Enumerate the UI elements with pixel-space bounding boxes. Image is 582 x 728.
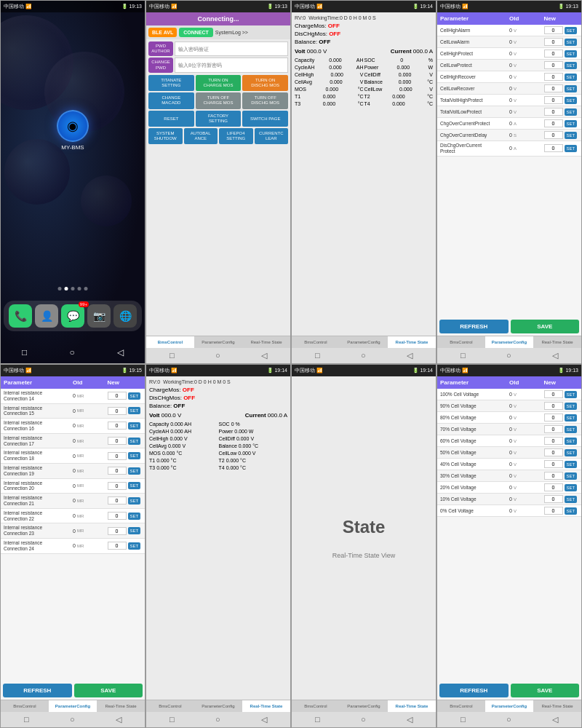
- save-btn-p5[interactable]: SAVE: [74, 684, 143, 697]
- nav-back-p7[interactable]: ◁: [407, 715, 412, 724]
- nav-square[interactable]: □: [22, 347, 27, 357]
- nav-circle-p8[interactable]: ○: [506, 715, 511, 724]
- dock-contacts[interactable]: 👤: [35, 304, 58, 328]
- set-button[interactable]: SET: [565, 74, 578, 81]
- tab-paramconfig[interactable]: ParameterConfig: [194, 336, 242, 348]
- factory-setting-btn[interactable]: FACTORYSETTING: [196, 111, 242, 127]
- lifepo4-setting-btn[interactable]: LIFEPO4SETTING: [219, 128, 253, 144]
- dock-camera[interactable]: 📷: [87, 304, 111, 328]
- set-button[interactable]: SET: [128, 482, 141, 489]
- set-button[interactable]: SET: [565, 461, 578, 468]
- tab-paramconfig-p7[interactable]: ParameterConfig: [340, 700, 388, 712]
- param-new-input[interactable]: [544, 26, 563, 34]
- set-button[interactable]: SET: [565, 97, 578, 104]
- tab-bmscontrol-rt[interactable]: BmsControl: [292, 336, 340, 348]
- param-new-input[interactable]: [544, 495, 563, 503]
- system-log-link[interactable]: SystemLog >>: [215, 30, 248, 35]
- param-new-input[interactable]: [108, 467, 127, 475]
- set-button[interactable]: SET: [565, 27, 578, 34]
- set-button[interactable]: SET: [128, 438, 141, 445]
- nav-circle-p6[interactable]: ○: [215, 715, 220, 724]
- dock-browser[interactable]: 🌐: [113, 304, 137, 328]
- tab-bmscontrol-p7[interactable]: BmsControl: [292, 700, 340, 712]
- param-new-input[interactable]: [544, 507, 563, 515]
- nav-square-p8[interactable]: □: [461, 715, 466, 724]
- set-button[interactable]: SET: [128, 422, 141, 430]
- set-button[interactable]: SET: [565, 50, 578, 58]
- turn-off-dischg-mos-btn[interactable]: TURN OFFDISCHG MOS: [242, 92, 288, 108]
- dock-phone[interactable]: 📞: [9, 304, 32, 328]
- param-new-input[interactable]: [108, 452, 127, 460]
- refresh-btn-p8[interactable]: REFRESH: [439, 684, 509, 697]
- app-icon[interactable]: ◉: [57, 110, 89, 142]
- new-pwd-input[interactable]: [175, 58, 288, 72]
- param-new-input[interactable]: [544, 437, 563, 445]
- param-new-input[interactable]: [544, 119, 563, 127]
- param-new-input[interactable]: [544, 50, 563, 58]
- set-button[interactable]: SET: [128, 542, 141, 550]
- tab-realtime-rt[interactable]: Real-Time State: [388, 336, 436, 348]
- nav-circle-rt[interactable]: ○: [361, 351, 366, 360]
- nav-circle[interactable]: ○: [69, 347, 74, 357]
- nav-back-bms[interactable]: ◁: [261, 351, 267, 360]
- set-button[interactable]: SET: [128, 407, 141, 414]
- param-new-input[interactable]: [544, 144, 563, 152]
- param-new-input[interactable]: [544, 96, 563, 104]
- nav-circle-p5[interactable]: ○: [70, 715, 75, 724]
- param-new-input[interactable]: [108, 482, 127, 490]
- refresh-btn-p5[interactable]: REFRESH: [3, 684, 72, 697]
- param-new-input[interactable]: [544, 460, 563, 468]
- nav-back-p8[interactable]: ◁: [552, 715, 558, 724]
- set-button[interactable]: SET: [565, 85, 578, 92]
- set-button[interactable]: SET: [128, 497, 141, 505]
- tab-paramconfig-p8[interactable]: ParameterConfig: [485, 700, 533, 712]
- tab-realtime[interactable]: Real-Time State: [242, 336, 290, 348]
- set-button[interactable]: SET: [565, 120, 578, 127]
- param-new-input[interactable]: [108, 496, 127, 505]
- currentc-lear-btn[interactable]: CURRENTCLEAR: [255, 128, 289, 144]
- param-new-input[interactable]: [108, 392, 127, 400]
- param-new-input[interactable]: [108, 422, 127, 430]
- tab-paramconfig-p4[interactable]: ParameterConfig: [485, 336, 533, 348]
- param-new-input[interactable]: [108, 437, 127, 445]
- dock-messages[interactable]: 💬 99+: [61, 304, 84, 328]
- tab-bmscontrol-p6[interactable]: BmsControl: [146, 700, 194, 712]
- turn-on-charge-mos-btn[interactable]: TURN ONCHARGE MOS: [196, 75, 242, 91]
- tab-paramconfig-p5[interactable]: ParameterConfig: [49, 700, 97, 712]
- tab-paramconfig-rt[interactable]: ParameterConfig: [340, 336, 388, 348]
- nav-back-p6[interactable]: ◁: [261, 715, 267, 724]
- tab-realtime-p4[interactable]: Real-Time State: [533, 336, 581, 348]
- set-button[interactable]: SET: [565, 132, 578, 139]
- tab-realtime-p5[interactable]: Real-Time State: [97, 700, 145, 712]
- change-macadd-btn[interactable]: CHANGEMACADD: [148, 92, 194, 108]
- switch-page-btn[interactable]: SWITCH PAGE: [242, 111, 288, 127]
- set-button[interactable]: SET: [565, 403, 578, 410]
- refresh-btn-p4[interactable]: REFRESH: [439, 320, 509, 333]
- set-button[interactable]: SET: [565, 414, 578, 422]
- tab-bmscontrol-p5[interactable]: BmsControl: [1, 700, 49, 712]
- tab-realtime-p6[interactable]: Real-Time State: [242, 700, 290, 712]
- set-button[interactable]: SET: [565, 449, 578, 456]
- nav-circle-bms[interactable]: ○: [215, 351, 220, 360]
- system-shutdow-btn[interactable]: SYSTEMSHUTDOW: [148, 128, 183, 144]
- nav-circle-p4[interactable]: ○: [506, 351, 511, 360]
- nav-back[interactable]: ◁: [117, 347, 124, 357]
- param-new-input[interactable]: [544, 390, 563, 398]
- set-button[interactable]: SET: [565, 108, 578, 116]
- nav-back-p4[interactable]: ◁: [552, 351, 558, 360]
- param-new-input[interactable]: [544, 448, 563, 456]
- nav-back-rt[interactable]: ◁: [407, 351, 412, 360]
- titanate-setting-btn[interactable]: TITANATESETTING: [148, 75, 194, 91]
- set-button[interactable]: SET: [565, 496, 578, 503]
- connect-button[interactable]: CONNECT: [179, 28, 213, 37]
- param-new-input[interactable]: [544, 131, 563, 139]
- nav-square-p7[interactable]: □: [315, 715, 320, 724]
- nav-back-p5[interactable]: ◁: [116, 715, 121, 724]
- param-new-input[interactable]: [544, 472, 563, 480]
- nav-square-rt[interactable]: □: [315, 351, 320, 360]
- param-new-input[interactable]: [544, 402, 563, 410]
- param-new-input[interactable]: [108, 527, 127, 535]
- set-button[interactable]: SET: [565, 145, 578, 152]
- set-button[interactable]: SET: [128, 513, 141, 520]
- save-btn-p4[interactable]: SAVE: [511, 320, 580, 333]
